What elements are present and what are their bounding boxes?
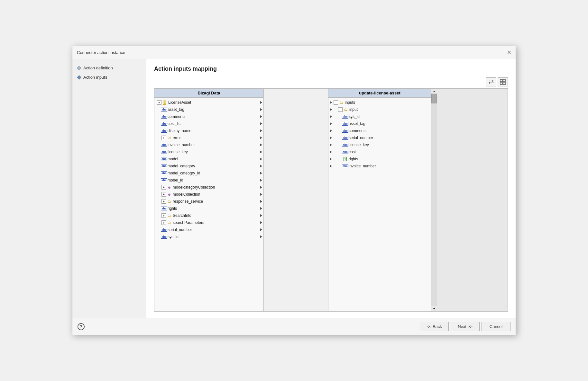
tree-node-inputs[interactable]: - 🗂 inputs — [328, 99, 431, 106]
node-label: display_name — [168, 128, 191, 133]
arrow-right — [257, 99, 262, 106]
expand-icon[interactable]: + — [161, 199, 166, 204]
abc-icon: abc — [343, 164, 348, 168]
scrollbar[interactable]: ▲ ▼ — [431, 89, 437, 311]
tree-node-search-info[interactable]: + 🗂 SearchInfo — [154, 212, 263, 219]
tree-node-model-cateogry-id[interactable]: abc model_cateogry_id — [154, 170, 263, 177]
left-tree-area[interactable]: + E LicenseAsset abc asset_tag — [154, 98, 263, 311]
tree-node-right-comments[interactable]: abc comments — [328, 127, 431, 134]
arrow-right — [257, 226, 262, 233]
expand-icon[interactable]: - — [338, 107, 343, 112]
sidebar-item-action-definition[interactable]: Action definition — [78, 66, 141, 70]
node-label: asset_tag — [168, 107, 184, 112]
right-tree-area[interactable]: - 🗂 inputs - 🗂 — [328, 98, 431, 311]
folder-icon: 🗂 — [339, 100, 344, 105]
back-button[interactable]: << Back — [420, 322, 449, 331]
expand-icon[interactable]: + — [161, 192, 166, 197]
node-label: license_key — [168, 150, 188, 154]
abc-icon: abc — [343, 136, 348, 140]
tree-node-right-cost[interactable]: abc cost — [328, 148, 431, 155]
grid-button[interactable] — [498, 77, 508, 86]
tree-node-input[interactable]: - 🗂 input — [328, 106, 431, 113]
scroll-track — [431, 94, 437, 306]
tree-node-asset-tag[interactable]: abc asset_tag — [154, 106, 263, 113]
tree-node-right-serial-number[interactable]: abc serial_number — [328, 134, 431, 141]
scroll-up[interactable]: ▲ — [431, 89, 437, 94]
tree-node-right-rights[interactable]: 1 rights — [328, 155, 431, 163]
abc-icon: abc — [161, 114, 167, 119]
page-title: Action inputs mapping — [154, 66, 508, 72]
node-label: model — [168, 157, 178, 161]
abc-icon: abc — [343, 143, 348, 147]
sidebar-item-action-inputs[interactable]: Action inputs — [78, 75, 141, 80]
node-label: comments — [168, 114, 185, 119]
tree-node-model-category[interactable]: abc model_category — [154, 163, 263, 170]
sidebar-diamond-icon — [77, 66, 81, 70]
tree-node-serial-number[interactable]: abc serial_number — [154, 226, 263, 233]
dialog-title: Connector action instance — [77, 50, 125, 55]
arrow-right — [257, 120, 262, 127]
node-label: error — [173, 136, 181, 140]
arrow-right — [257, 184, 262, 191]
sidebar-diamond-active-icon — [77, 75, 81, 79]
tree-node-search-parameters[interactable]: + 🗂 searchParameters — [154, 219, 263, 226]
toolbar — [154, 77, 508, 86]
expand-icon[interactable]: + — [161, 136, 166, 140]
tree-node-right-asset-tag[interactable]: abc asset_tag — [328, 120, 431, 127]
tree-node-cost-lic[interactable]: abc cost_lic — [154, 120, 263, 127]
scroll-thumb[interactable] — [431, 94, 437, 103]
footer-buttons: << Back Next >> Cancel — [420, 322, 510, 331]
tree-node-response-service[interactable]: + 🗂 response_service — [154, 198, 263, 205]
right-panel: update-license-asset - 🗂 inputs — [328, 89, 431, 311]
tree-node-licenseAsset[interactable]: + E LicenseAsset — [154, 99, 263, 106]
node-label: cost_lic — [168, 121, 180, 126]
node-label: invoice_number — [349, 164, 376, 168]
abc-icon: abc — [161, 206, 167, 211]
footer-left: ? — [78, 323, 85, 330]
tree-node-display-name[interactable]: abc display_name — [154, 127, 263, 134]
expand-icon[interactable]: - — [334, 100, 338, 105]
svg-rect-6 — [500, 82, 502, 84]
tree-node-invoice-number[interactable]: abc invoice_number — [154, 141, 263, 148]
node-label: modelCollection — [173, 192, 200, 197]
node-label: invoice_number — [168, 143, 195, 147]
tree-node-right-invoice-number[interactable]: abc invoice_number — [328, 163, 431, 170]
expand-icon[interactable]: + — [161, 220, 166, 225]
tree-node-sys-id[interactable]: abc sys_id — [154, 233, 263, 240]
scroll-down[interactable]: ▼ — [431, 306, 437, 311]
expand-icon[interactable]: + — [161, 213, 166, 218]
tree-node-model[interactable]: abc model — [154, 155, 263, 163]
abc-icon: abc — [161, 128, 167, 133]
title-bar: Connector action instance ✕ — [72, 46, 516, 59]
help-label: ? — [80, 324, 82, 329]
main-content: Action inputs mapping — [146, 59, 516, 318]
tree-node-comments[interactable]: abc comments — [154, 113, 263, 120]
tree-node-rights[interactable]: abc rights — [154, 205, 263, 212]
node-label: response_service — [173, 199, 203, 204]
tree-node-license-key[interactable]: abc license_key — [154, 148, 263, 155]
tree-node-error[interactable]: + 🗂 error — [154, 134, 263, 141]
arrow-right — [257, 148, 262, 155]
tree-node-right-license-key[interactable]: abc license_key — [328, 141, 431, 148]
abc-icon: abc — [161, 121, 167, 126]
node-label: cost — [349, 150, 356, 154]
right-panel-header: update-license-asset — [328, 89, 431, 98]
map-button[interactable] — [486, 77, 496, 86]
tree-node-modelcategory-collection[interactable]: + ⊕ modelcategoryCollection — [154, 184, 263, 191]
tree-node-right-sys-id[interactable]: abc sys_id — [328, 113, 431, 120]
node-label: modelcategoryCollection — [173, 185, 215, 190]
close-button[interactable]: ✕ — [507, 50, 511, 55]
cancel-button[interactable]: Cancel — [482, 322, 510, 331]
sidebar-item-label: Action inputs — [83, 75, 107, 80]
expand-icon[interactable]: + — [161, 185, 166, 190]
connections-panel — [264, 89, 328, 311]
folder-icon: 🗂 — [167, 136, 172, 140]
help-button[interactable]: ? — [78, 323, 85, 330]
abc-icon: abc — [161, 227, 167, 232]
tree-node-model-collection[interactable]: + ⊕ modelCollection — [154, 191, 263, 198]
expand-icon[interactable]: + — [157, 100, 161, 105]
abc-icon: abc — [161, 235, 167, 239]
next-button[interactable]: Next >> — [451, 322, 480, 331]
folder-icon: 🗂 — [167, 220, 172, 225]
tree-node-model-id[interactable]: abc model_id — [154, 177, 263, 184]
